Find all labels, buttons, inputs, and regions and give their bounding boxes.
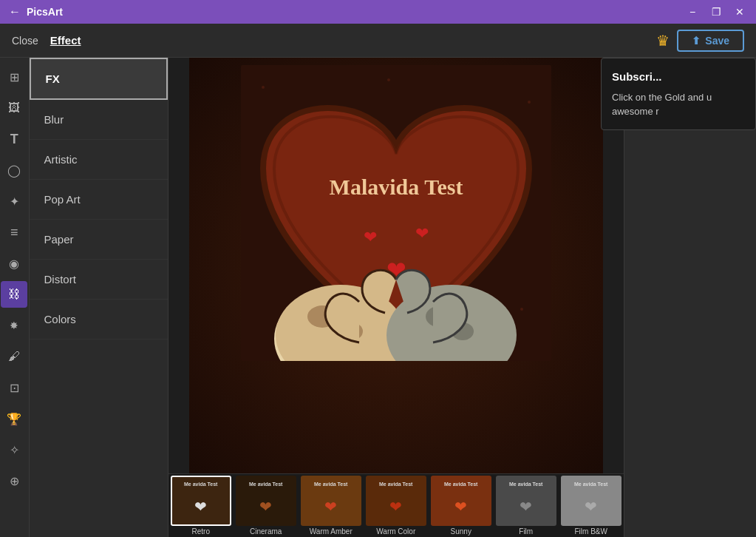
icon-grid[interactable]: ⊞ — [1, 64, 27, 90]
filter-mini-text5: Me avida Test — [432, 482, 490, 487]
subscribe-text: Click on the Gold and u awesome r — [612, 90, 745, 119]
sidebar-paper-label: Paper — [44, 233, 74, 246]
svg-point-1 — [262, 86, 265, 89]
top-bar-right: ♛ ⬆ Save — [656, 30, 744, 52]
back-arrow-icon[interactable]: ← — [9, 5, 21, 18]
close-button[interactable]: Close — [12, 35, 38, 47]
filter-thumb-warm-amber: Me avida Test ❤ — [301, 476, 361, 526]
filter-sunny[interactable]: Me avida Test ❤ Sunny — [429, 475, 494, 536]
main-area: ⊞ 🖼 T ◯ ✦ ≡ ◉ ⛓ ✸ 🖌 ⊡ 🏆 ✧ ⊕ FX Blur Arti… — [0, 58, 756, 537]
sidebar-popart-label: Pop Art — [44, 193, 81, 206]
filter-thumb-inner-warm-color: Me avida Test ❤ — [367, 477, 425, 524]
svg-text:❤: ❤ — [364, 228, 377, 246]
effect-tab[interactable]: Effect — [50, 34, 81, 47]
save-label: Save — [705, 35, 729, 47]
filter-mini-heart3: ❤ — [324, 498, 337, 516]
filter-thumb-inner-sunny: Me avida Test ❤ — [432, 477, 490, 524]
app-title: PicsArt — [27, 6, 63, 18]
filter-thumb-sunny: Me avida Test ❤ — [431, 476, 491, 526]
filter-label-sunny: Sunny — [431, 527, 491, 536]
sidebar-item-paper[interactable]: Paper — [30, 220, 168, 260]
icon-trophy[interactable]: 🏆 — [1, 405, 27, 432]
filter-label-film: Film — [496, 527, 556, 536]
filter-thumb-warm-color: Me avida Test ❤ — [366, 476, 426, 526]
filter-label-film-bw: Film B&W — [561, 527, 622, 536]
icon-star[interactable]: ✦ — [1, 188, 27, 215]
filter-mini-text2: Me avida Test — [237, 482, 295, 487]
filter-mini-heart4: ❤ — [389, 498, 402, 516]
filter-thumb-retro: Me avida Test ❤ — [171, 476, 231, 526]
canvas-area: Malavida Test ❤ ❤ ❤ — [168, 58, 624, 537]
sidebar-item-fx[interactable]: FX — [30, 58, 168, 100]
canvas-image: Malavida Test ❤ ❤ ❤ — [168, 58, 624, 473]
svg-text:Malavida Test: Malavida Test — [329, 175, 463, 199]
icon-effect[interactable]: ◉ — [1, 250, 27, 277]
icon-bar: ⊞ 🖼 T ◯ ✦ ≡ ◉ ⛓ ✸ 🖌 ⊡ 🏆 ✧ ⊕ — [0, 58, 30, 537]
svg-point-5 — [387, 78, 390, 81]
subscribe-title: Subscri... — [612, 69, 745, 86]
heart-svg: Malavida Test ❤ ❤ ❤ — [241, 65, 551, 361]
filter-warm-amber[interactable]: Me avida Test ❤ Warm Amber — [299, 475, 364, 536]
icon-text[interactable]: T — [1, 126, 27, 152]
filter-label-warm-color: Warm Color — [366, 527, 426, 536]
sidebar-artistic-label: Artistic — [44, 153, 78, 166]
filter-warm-color[interactable]: Me avida Test ❤ Warm Color — [364, 475, 429, 536]
close-window-button[interactable]: ✕ — [732, 4, 747, 19]
sidebar-item-blur[interactable]: Blur — [30, 100, 168, 140]
filter-mini-heart: ❤ — [194, 498, 207, 516]
svg-text:❤: ❤ — [415, 224, 429, 243]
filter-thumb-inner-cinerama: Me avida Test ❤ — [237, 477, 295, 524]
restore-button[interactable]: ❐ — [709, 4, 723, 19]
save-icon: ⬆ — [692, 35, 701, 47]
filter-label-cinerama: Cinerama — [236, 527, 296, 536]
top-bar: Close Effect ♛ ⬆ Save — [0, 24, 756, 58]
image-canvas: Malavida Test ❤ ❤ ❤ — [189, 58, 603, 473]
filter-mini-heart5: ❤ — [454, 498, 467, 516]
filter-mini-text3: Me avida Test — [302, 482, 360, 487]
icon-sparkle[interactable]: ✧ — [1, 436, 27, 463]
subscribe-popup: Subscri... Click on the Gold and u aweso… — [601, 58, 756, 130]
save-button[interactable]: ⬆ Save — [677, 30, 744, 52]
right-panel: ❤ Retro ⚙ Settings... Subscri... Click o… — [624, 58, 756, 537]
filter-strip: Me avida Test ❤ Retro Me avida Test ❤ Ci… — [168, 473, 624, 537]
filter-thumb-film-bw: Me avida Test ❤ — [561, 476, 622, 526]
sidebar-distort-label: Distort — [44, 273, 76, 286]
sidebar-blur-label: Blur — [44, 113, 64, 126]
filter-thumb-inner-warm-amber: Me avida Test ❤ — [302, 477, 360, 524]
title-bar-controls: − ❐ ✕ — [685, 4, 747, 19]
icon-image[interactable]: 🖼 — [1, 95, 27, 121]
icon-lines[interactable]: ≡ — [1, 219, 27, 246]
icon-chain[interactable]: ⛓ — [1, 281, 27, 308]
icon-circle[interactable]: ◯ — [1, 157, 27, 183]
filter-mini-heart7: ❤ — [585, 498, 597, 516]
filter-retro[interactable]: Me avida Test ❤ Retro — [168, 475, 234, 536]
filter-mini-text4: Me avida Test — [367, 482, 425, 487]
filter-film-bw[interactable]: Me avida Test ❤ Film B&W — [559, 475, 624, 536]
filter-label-retro: Retro — [171, 527, 231, 536]
filter-mini-heart6: ❤ — [520, 498, 532, 516]
filter-thumb-inner-film: Me avida Test ❤ — [497, 477, 555, 524]
top-bar-left: Close Effect — [12, 34, 81, 47]
minimize-button[interactable]: − — [685, 4, 700, 19]
sidebar-fx-label: FX — [46, 72, 60, 85]
filter-cinerama[interactable]: Me avida Test ❤ Cinerama — [234, 475, 299, 536]
sidebar-item-artistic[interactable]: Artistic — [30, 140, 168, 180]
icon-wand[interactable]: ✸ — [1, 312, 27, 339]
icon-crop[interactable]: ⊡ — [1, 374, 27, 401]
sidebar-item-distort[interactable]: Distort — [30, 260, 168, 300]
crown-icon: ♛ — [656, 32, 670, 50]
filter-label-warm-amber: Warm Amber — [301, 527, 361, 536]
title-bar-left: ← PicsArt — [9, 5, 63, 18]
filter-mini-text: Me avida Test — [172, 482, 230, 487]
filter-film[interactable]: Me avida Test ❤ Film — [494, 475, 559, 536]
title-bar: ← PicsArt − ❐ ✕ — [0, 0, 756, 24]
sidebar: FX Blur Artistic Pop Art Paper Distort C… — [30, 58, 168, 537]
svg-point-4 — [520, 308, 523, 311]
icon-location[interactable]: ⊕ — [1, 467, 27, 494]
sidebar-item-pop-art[interactable]: Pop Art — [30, 180, 168, 220]
sidebar-colors-label: Colors — [44, 313, 76, 325]
sidebar-item-colors[interactable]: Colors — [30, 300, 168, 340]
svg-point-2 — [528, 101, 531, 104]
icon-paint[interactable]: 🖌 — [1, 343, 27, 370]
filter-thumb-inner-retro: Me avida Test ❤ — [172, 477, 230, 524]
